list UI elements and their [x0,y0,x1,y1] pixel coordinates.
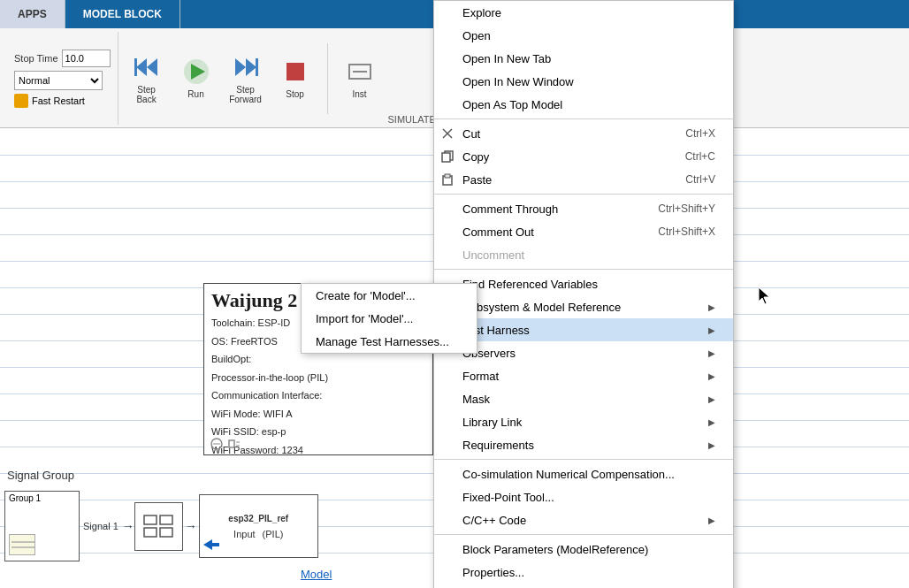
fast-restart-label: Fast Restart [32,95,85,106]
run-label: Run [187,89,203,99]
tab-apps[interactable]: APPS [0,0,65,28]
stop-label: Stop [286,89,304,99]
svg-rect-2 [134,58,137,76]
submenu-manage[interactable]: Manage Test Harnesses... [302,330,477,353]
test-harness-arrow: ▶ [708,325,715,335]
svg-marker-1 [147,58,157,76]
menu-item-find-vars[interactable]: Find Referenced Variables [434,272,733,295]
requirements-arrow: ▶ [708,440,715,450]
menu-item-open-new-window[interactable]: Open In New Window [434,70,733,93]
cut-icon [439,126,455,141]
svg-rect-8 [286,63,304,80]
menu-item-test-harness[interactable]: Test Harness ▶ [434,318,733,341]
submenu-import[interactable]: Import for 'Model'... [302,307,477,330]
separator-4 [434,459,733,460]
mode-select[interactable]: Normal [14,71,103,90]
svg-rect-18 [144,515,157,524]
svg-marker-0 [136,58,147,76]
svg-marker-22 [203,539,219,550]
subsystem-block[interactable] [134,502,183,551]
svg-rect-26 [442,153,450,162]
pil-label: (PIL) [263,529,284,539]
copy-shortcut: Ctrl+C [685,150,715,163]
model-label[interactable]: Model [301,568,332,581]
inst-button[interactable]: Inst [339,49,381,109]
menu-item-fixed-point[interactable]: Fixed-Point Tool... [434,485,733,508]
arrow1: → [122,519,134,533]
menu-item-copy[interactable]: Copy Ctrl+C [434,145,733,168]
menu-item-mask[interactable]: Mask ▶ [434,387,733,410]
step-back-button[interactable]: Step Back [126,49,168,109]
svg-marker-6 [246,58,256,76]
stop-icon [281,57,309,86]
group1-label: Group 1 [5,492,79,505]
comment-out-shortcut: Ctrl+Shift+X [658,225,715,238]
menu-item-properties[interactable]: Properties... [434,561,733,584]
pil-arrow-icon [203,538,219,554]
step-forward-icon [232,53,260,81]
input-label: Input [233,529,255,539]
observers-arrow: ▶ [708,348,715,358]
sim-controls: Stop Time Normal Fast Restart [14,50,111,108]
submenu-create[interactable]: Create for 'Model'... [302,284,477,307]
menu-item-cosim[interactable]: Co-simulation Numerical Compensation... [434,462,733,485]
waijung-line5: Communication Interface: [204,386,432,405]
svg-rect-13 [229,440,234,447]
menu-item-help[interactable]: Help [434,584,733,588]
copy-icon [439,149,455,164]
svg-marker-29 [759,287,769,304]
simulate-label: SIMULATE [388,114,436,125]
menu-item-format[interactable]: Format ▶ [434,364,733,387]
menu-item-comment-through[interactable]: Comment Through Ctrl+Shift+Y [434,197,733,220]
run-button[interactable]: Run [175,49,218,109]
sim-controls-group: Stop Time Normal Fast Restart [7,32,118,125]
menu-item-uncomment[interactable]: Uncomment [434,243,733,266]
pil-ref-title: esp32_PIL_ref [228,514,288,523]
mask-arrow: ▶ [708,394,715,404]
menu-item-block-params[interactable]: Block Parameters (ModelReference) [434,538,733,561]
subsystem-arrow: ▶ [708,302,715,312]
menu-item-requirements[interactable]: Requirements ▶ [434,433,733,456]
menu-item-open-top-model[interactable]: Open As Top Model [434,93,733,116]
svg-rect-28 [445,174,450,178]
menu-item-observers[interactable]: Observers ▶ [434,341,733,364]
signal1-label: Signal 1 [83,521,118,531]
bottom-blocks: Group 1 Signal 1 → → esp32_PIL_ref [4,491,318,561]
menu-item-cpp-code[interactable]: C/C++ Code ▶ [434,508,733,531]
separator-2 [434,194,733,195]
mouse-cursor [759,287,773,305]
fast-restart-row: Fast Restart [14,94,111,108]
svg-rect-21 [160,528,172,537]
stop-time-input[interactable] [62,50,111,67]
run-icon [182,57,210,86]
menu-item-open-new-tab[interactable]: Open In New Tab [434,47,733,70]
waijung-line4: Processor-in-the-loop (PIL) [204,369,432,387]
paste-shortcut: Ctrl+V [685,173,715,186]
menu-item-open[interactable]: Open [434,24,733,47]
library-link-arrow: ▶ [708,417,715,427]
inst-icon [346,57,374,86]
menu-item-comment-out[interactable]: Comment Out Ctrl+Shift+X [434,220,733,243]
menu-item-cut[interactable]: Cut Ctrl+X [434,122,733,145]
separator-3 [434,269,733,270]
cut-shortcut: Ctrl+X [685,127,715,140]
cpp-code-arrow: ▶ [708,515,715,525]
group1-icon [9,534,35,555]
stop-button[interactable]: Stop [274,49,317,109]
group1-block[interactable]: Group 1 [4,491,80,561]
menu-item-library-link[interactable]: Library Link ▶ [434,410,733,433]
step-forward-label: Step Forward [228,85,264,104]
inst-label: Inst [352,89,366,99]
menu-item-subsystem[interactable]: Subsystem & Model Reference ▶ [434,295,733,318]
waijung-line6: WiFi Mode: WIFI A [204,405,432,424]
fast-restart-icon [14,94,28,108]
step-back-icon [133,53,161,81]
svg-rect-19 [160,515,172,524]
menu-item-paste[interactable]: Paste Ctrl+V [434,168,733,191]
pil-ref-block[interactable]: esp32_PIL_ref Input (PIL) [199,494,318,558]
menu-item-explore[interactable]: Explore [434,1,733,24]
tab-model-block[interactable]: MODEL BLOCK [65,0,180,28]
separator-5 [434,534,733,535]
step-forward-button[interactable]: Step Forward [225,49,267,109]
context-menu: Explore Open Open In New Tab Open In New… [433,0,734,588]
